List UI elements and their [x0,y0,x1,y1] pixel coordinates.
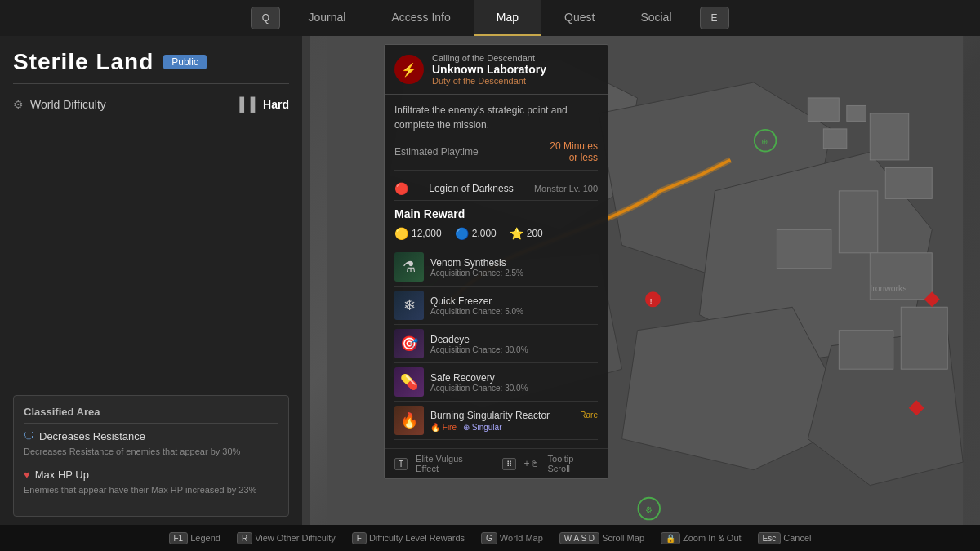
reward-name-1: Quick Freezer [430,295,598,307]
playtime-label: Estimated Playtime [394,146,479,158]
classified-item-resistance: 🛡 Decreases Resistance Decreases Resista… [24,430,278,458]
mission-header: ⚡ Calling of the Descendant Unknown Labo… [385,45,608,95]
reward-info-1: Quick Freezer Acquisition Chance: 5.0% [430,295,598,316]
svg-text:⚙: ⚙ [645,505,653,514]
difficulty-icon: ⚙ [13,98,24,111]
svg-point-20 [645,291,661,307]
key-f1: F1 [169,532,189,544]
currency-gems: 🔵 2,000 [455,227,497,240]
svg-rect-7 [808,98,839,121]
svg-rect-9 [823,129,846,149]
public-badge: Public [163,55,207,69]
currency-stars: ⭐ 200 [510,227,543,240]
reward-chance-3: Acquisition Chance: 30.0% [430,384,598,393]
key-esc: Esc [758,532,782,544]
nav-key-q[interactable]: Q [251,7,280,29]
reward-chance-1: Acquisition Chance: 5.0% [430,307,598,316]
mission-title: Unknown Laboratory [432,63,546,76]
reward-item-0: ⚗ Venom Synthesis Acquisition Chance: 2.… [394,248,598,287]
reward-name-2: Deadeye [430,334,598,345]
key-f: F [352,532,367,544]
nav-key-e[interactable]: E [700,7,729,29]
panel-key-scroll: ⠿ [502,458,516,470]
mission-info-panel: ⚡ Calling of the Descendant Unknown Labo… [384,44,608,479]
reward-item-2: 🎯 Deadeye Acquisition Chance: 30.0% [394,325,598,363]
area-title: Sterile Land [13,49,154,75]
svg-rect-16 [839,331,893,369]
difficulty-rewards-label: Difficulty Level Rewards [369,533,465,543]
reward-chance-2: Acquisition Chance: 30.0% [430,345,598,354]
view-difficulty-label: View Other Difficulty [255,533,336,543]
tab-journal[interactable]: Journal [285,0,368,36]
tab-map[interactable]: Map [474,0,541,36]
difficulty-value: Hard [263,98,289,111]
resistance-title: Decreases Resistance [39,430,145,442]
shield-icon: 🛡 [24,430,34,442]
reward-info-0: Venom Synthesis Acquisition Chance: 2.5% [430,257,598,278]
bottom-bar: F1 Legend R View Other Difficulty F Diff… [0,525,980,551]
currency-row: 🟡 12,000 🔵 2,000 ⭐ 200 [394,227,598,240]
pause-icon: ▐▐ [234,97,256,112]
elite-label: Elite Vulgus Effect [416,454,487,473]
key-zoom: 🔒 [661,532,680,544]
reward-thumb-0: ⚗ [394,252,424,282]
reward-chance-0: Acquisition Chance: 2.5% [430,269,598,278]
reward-thumb-1: ❄ [394,291,424,320]
svg-text:!: ! [650,296,653,305]
enemy-level: Monster Lv. 100 [534,184,598,193]
bottom-difficulty-rewards: F Difficulty Level Rewards [352,532,465,544]
tag-fire: 🔥 Fire [430,423,457,432]
panel-bottom: T Elite Vulgus Effect ⠿ +🖱 Tooltip Scrol… [385,448,608,478]
world-difficulty-row[interactable]: ⚙ World Difficulty ▐▐ Hard [13,92,289,117]
mission-desc: Infiltrate the enemy's strategic point a… [394,103,598,132]
resistance-desc: Decreases Resistance of enemies that app… [24,446,278,458]
difficulty-label: World Difficulty [30,98,228,111]
key-g: G [481,532,497,544]
bottom-world-map: G World Map [481,532,543,544]
svg-rect-8 [847,105,866,121]
reward-info-4: Burning Singularity Reactor Rare 🔥 Fire … [430,410,598,432]
svg-rect-15 [901,307,947,369]
playtime-row: Estimated Playtime 20 Minutes or less [394,140,598,171]
bottom-cancel: Esc Cancel [758,532,812,544]
tab-quest[interactable]: Quest [541,0,617,36]
tab-social[interactable]: Social [617,0,694,36]
reward-info-2: Deadeye Acquisition Chance: 30.0% [430,334,598,354]
reward-thumb-3: 💊 [394,367,424,397]
bottom-view-difficulty: R View Other Difficulty [237,532,336,544]
star-icon: ⭐ [510,227,523,240]
scroll-map-label: Scroll Map [602,533,644,543]
legend-label: Legend [190,533,220,543]
reward-item-4: 🔥 Burning Singularity Reactor Rare 🔥 Fir… [394,402,598,440]
playtime-value: 20 Minutes or less [550,140,598,163]
reward-item-3: 💊 Safe Recovery Acquisition Chance: 30.0… [394,363,598,402]
star-value: 200 [527,228,543,239]
reward-tags-4: 🔥 Fire ⊕ Singular [430,423,598,432]
key-wasd: W A S D [559,532,599,544]
enemy-icon: 🔴 [394,182,408,195]
coin-icon: 🟡 [394,227,408,240]
panel-key-t: T [394,458,408,470]
svg-text:⊕: ⊕ [761,137,768,146]
tab-access-info[interactable]: Access Info [368,0,473,36]
tag-singular: ⊕ Singular [463,423,501,432]
scroll-icon: +🖱 [524,458,540,469]
reward-item-1: ❄ Quick Freezer Acquisition Chance: 5.0% [394,287,598,325]
world-map-label: World Map [500,533,543,543]
mission-icon: ⚡ [394,55,424,84]
classified-area-box: Classified Area 🛡 Decreases Resistance D… [13,395,289,517]
reward-name-4: Burning Singularity Reactor [430,410,550,421]
bottom-legend: F1 Legend [169,532,220,544]
gem-icon: 🔵 [455,227,469,240]
cancel-label: Cancel [783,533,811,543]
reward-name-3: Safe Recovery [430,372,598,384]
bottom-zoom: 🔒 Zoom In & Out [661,532,742,544]
maxhp-desc: Enemies that appear have their Max HP in… [24,484,278,496]
divider-1 [13,83,289,84]
coin-value: 12,000 [412,228,442,239]
left-panel: Sterile Land Public ⚙ World Difficulty ▐… [0,36,302,525]
enemy-row: 🔴 Legion of Darkness Monster Lv. 100 [394,177,598,201]
bottom-scroll-map: W A S D Scroll Map [559,532,644,544]
key-r: R [237,532,252,544]
mission-type: Duty of the Descendant [432,76,546,86]
